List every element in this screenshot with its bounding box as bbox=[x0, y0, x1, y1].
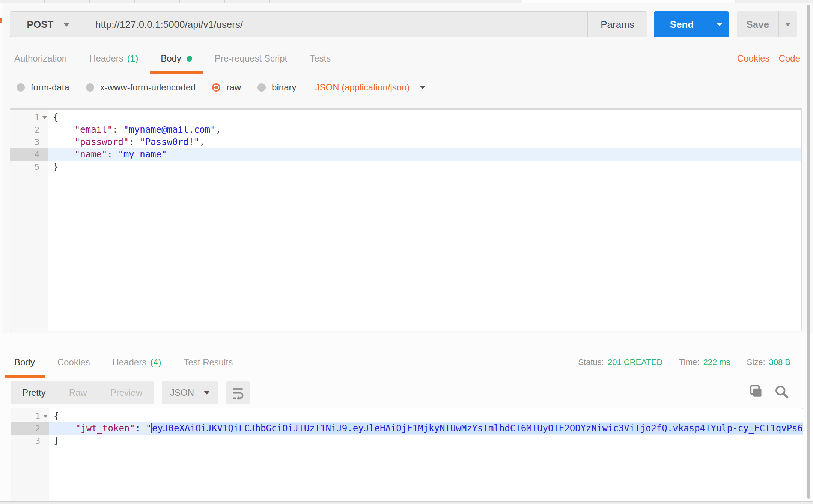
tab-label: Body bbox=[14, 357, 35, 368]
size-badge: Size: 308 B bbox=[747, 357, 790, 367]
headers-count-badge: (1) bbox=[127, 53, 138, 64]
chevron-down-icon bbox=[63, 22, 70, 27]
send-button-group: Send bbox=[654, 11, 729, 38]
chevron-down-icon bbox=[785, 22, 791, 26]
size-value: 308 B bbox=[769, 357, 791, 367]
line-gutter: 3 bbox=[11, 435, 49, 447]
fold-caret-icon[interactable] bbox=[42, 116, 47, 119]
response-meta: Status: 201 CREATED Time: 222 ms Size: 3… bbox=[578, 352, 790, 373]
line-gutter: 4 bbox=[10, 148, 48, 161]
line-number: 1 bbox=[35, 111, 39, 124]
copy-icon bbox=[748, 384, 763, 399]
body-type-selector: form-data x-www-form-urlencoded raw bina… bbox=[17, 77, 426, 98]
view-pretty-button[interactable]: Pretty bbox=[22, 387, 46, 398]
search-button[interactable] bbox=[773, 383, 790, 400]
send-button[interactable]: Send bbox=[654, 11, 710, 38]
code-line[interactable]: 3} bbox=[11, 435, 803, 447]
line-gutter: 5 bbox=[10, 161, 48, 173]
wrap-text-button[interactable] bbox=[226, 381, 250, 404]
line-gutter: 2 bbox=[11, 422, 49, 435]
fold-caret-icon[interactable] bbox=[43, 415, 48, 418]
line-number: 2 bbox=[35, 422, 40, 435]
params-button[interactable]: Params bbox=[587, 12, 647, 37]
view-raw-button[interactable]: Raw bbox=[69, 387, 87, 398]
chevron-down-icon bbox=[204, 391, 210, 394]
request-body-editor[interactable]: 1{2 "email": "myname@mail.com",3 "passwo… bbox=[10, 108, 802, 331]
method-dropdown[interactable]: POST bbox=[10, 12, 87, 37]
tab-bar-separators bbox=[0, 0, 503, 3]
code-line[interactable]: 3 "password": "Passw0rd!", bbox=[10, 136, 801, 148]
green-dot-icon bbox=[187, 56, 192, 62]
line-number: 5 bbox=[35, 161, 39, 173]
mode-label: form-data bbox=[31, 82, 69, 93]
line-gutter: 1 bbox=[11, 410, 49, 422]
response-tab-headers[interactable]: Headers (4) bbox=[112, 357, 161, 368]
mode-label: x-www-form-urlencoded bbox=[100, 82, 196, 93]
body-mode-binary[interactable]: binary bbox=[257, 82, 296, 93]
response-tab-body[interactable]: Body bbox=[14, 357, 35, 368]
view-preview-button[interactable]: Preview bbox=[110, 387, 142, 398]
line-number: 2 bbox=[35, 124, 39, 136]
copy-button[interactable] bbox=[748, 383, 764, 400]
request-links: Cookies Code bbox=[737, 48, 800, 69]
tab-label: Test Results bbox=[184, 357, 233, 368]
status-badge: Status: 201 CREATED bbox=[578, 357, 662, 367]
code-line[interactable]: 1{ bbox=[10, 111, 801, 124]
url-input[interactable]: http://127.0.0.1:5000/api/v1/users/ bbox=[87, 12, 587, 37]
body-mode-urlencoded[interactable]: x-www-form-urlencoded bbox=[86, 82, 196, 93]
radio-icon bbox=[86, 83, 94, 92]
code-link[interactable]: Code bbox=[779, 53, 800, 64]
save-button[interactable]: Save bbox=[737, 11, 779, 38]
headers-count-badge: (4) bbox=[150, 357, 161, 368]
tab-label: Authorization bbox=[14, 53, 67, 64]
line-number: 1 bbox=[35, 410, 40, 422]
wrap-text-icon bbox=[230, 385, 245, 400]
body-mode-form-data[interactable]: form-data bbox=[17, 82, 69, 93]
code-line[interactable]: 5} bbox=[10, 161, 801, 173]
body-mode-raw[interactable]: raw bbox=[212, 82, 241, 93]
radio-icon bbox=[257, 83, 266, 92]
response-view-toggle: Pretty Raw Preview bbox=[11, 381, 154, 404]
tab-authorization[interactable]: Authorization bbox=[14, 53, 67, 64]
content-type-dropdown[interactable]: JSON (application/json) bbox=[315, 82, 425, 93]
line-number: 4 bbox=[35, 148, 39, 161]
language-label: JSON bbox=[170, 387, 194, 398]
code-content: { bbox=[48, 111, 801, 124]
time-value: 222 ms bbox=[703, 357, 730, 367]
chevron-down-icon bbox=[717, 22, 723, 26]
line-gutter: 3 bbox=[10, 136, 48, 148]
active-tab-remnant bbox=[522, 0, 735, 3]
chevron-down-icon bbox=[420, 86, 426, 89]
cropped-tab-bar bbox=[0, 0, 813, 3]
editor-top-scrollbar[interactable] bbox=[10, 108, 801, 110]
size-label: Size: bbox=[747, 357, 765, 367]
tab-tests[interactable]: Tests bbox=[310, 53, 331, 64]
radio-icon bbox=[17, 83, 25, 92]
response-tab-cookies[interactable]: Cookies bbox=[57, 357, 90, 368]
tab-headers[interactable]: Headers (1) bbox=[89, 53, 138, 64]
response-actions bbox=[748, 383, 790, 400]
cookies-link[interactable]: Cookies bbox=[737, 53, 770, 64]
sidebar-accent-mark bbox=[0, 18, 2, 23]
vertical-scrollbar[interactable] bbox=[807, 4, 810, 499]
response-tab-test-results[interactable]: Test Results bbox=[184, 357, 233, 368]
tab-label: Headers bbox=[112, 357, 146, 368]
code-line[interactable]: 1{ bbox=[11, 410, 803, 422]
tab-pre-request-script[interactable]: Pre-request Script bbox=[215, 53, 287, 64]
response-language-dropdown[interactable]: JSON bbox=[162, 381, 218, 404]
code-line[interactable]: 4 "name": "my name" bbox=[10, 148, 801, 161]
save-button-group: Save bbox=[737, 11, 797, 38]
line-gutter: 2 bbox=[10, 124, 48, 136]
send-options-button[interactable] bbox=[710, 11, 729, 38]
mode-label: raw bbox=[226, 82, 241, 93]
time-label: Time: bbox=[679, 357, 699, 367]
code-content: "name": "my name" bbox=[48, 148, 801, 161]
code-content: "jwt_token": "eyJ0eXAiOiJKV1QiLCJhbGciOi… bbox=[49, 422, 803, 435]
response-body-editor[interactable]: 1{2 "jwt_token": "eyJ0eXAiOiJKV1QiLCJhbG… bbox=[11, 408, 803, 501]
code-line[interactable]: 2 "jwt_token": "eyJ0eXAiOiJKV1QiLCJhbGci… bbox=[11, 422, 803, 435]
code-line[interactable]: 2 "email": "myname@mail.com", bbox=[10, 124, 801, 136]
tab-body[interactable]: Body bbox=[161, 53, 192, 64]
code-content: "email": "myname@mail.com", bbox=[48, 124, 801, 136]
save-options-button[interactable] bbox=[779, 11, 797, 38]
line-number: 3 bbox=[35, 136, 39, 148]
